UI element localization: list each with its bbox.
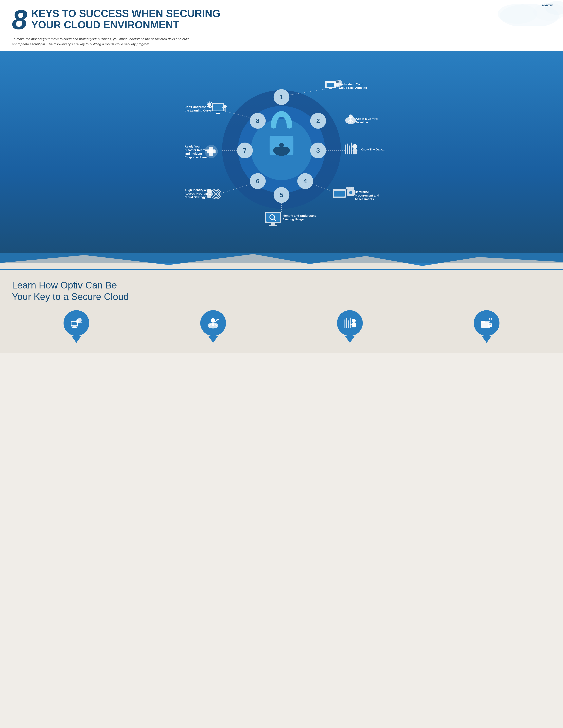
svg-rect-136	[352, 323, 356, 327]
svg-text:and Incident: and Incident	[185, 152, 202, 155]
svg-text:Don't Underestimate: Don't Underestimate	[185, 105, 213, 109]
svg-text:1: 1	[280, 94, 284, 101]
svg-text:Centralize: Centralize	[355, 190, 369, 194]
pin-arrow-3	[345, 336, 355, 343]
svg-point-130	[217, 319, 219, 320]
svg-rect-116	[0, 253, 563, 263]
pin-arrow-1	[71, 336, 81, 343]
svg-text:Existing Usage: Existing Usage	[283, 217, 304, 221]
svg-rect-52	[345, 145, 346, 154]
big-number: 8	[12, 6, 27, 34]
svg-point-65	[350, 187, 352, 189]
svg-point-63	[346, 187, 348, 189]
svg-rect-73	[266, 213, 280, 222]
svg-text:Disaster Recovery: Disaster Recovery	[185, 148, 211, 152]
bottom-icons-row	[12, 310, 551, 343]
header-subtitle: To make the most of your move to cloud a…	[12, 37, 190, 47]
svg-text:6: 6	[256, 178, 259, 185]
svg-text:2: 2	[317, 117, 320, 124]
svg-text:4: 4	[304, 178, 307, 185]
bottom-circle-1	[63, 310, 89, 336]
person-cloud-icon	[206, 317, 219, 330]
svg-text:Response Plans: Response Plans	[185, 155, 207, 159]
bottom-circle-2	[200, 310, 226, 336]
svg-rect-119	[73, 326, 76, 327]
svg-rect-39	[329, 88, 332, 89]
svg-text:7: 7	[243, 147, 247, 154]
svg-text:3: 3	[317, 147, 320, 154]
svg-rect-138	[353, 324, 355, 325]
bottom-title: Learn How Optiv Can Be Your Key to a Sec…	[12, 280, 551, 302]
svg-point-142	[489, 318, 490, 320]
svg-text:Procurement and: Procurement and	[355, 194, 379, 197]
svg-rect-123	[77, 322, 82, 323]
data-person-icon	[344, 317, 357, 330]
svg-point-66	[352, 187, 354, 189]
svg-rect-54	[349, 146, 350, 154]
bottom-icon-2	[200, 310, 226, 343]
svg-point-143	[491, 318, 492, 320]
svg-point-68	[349, 191, 353, 194]
svg-rect-53	[347, 144, 348, 154]
svg-rect-126	[212, 322, 214, 326]
svg-text:Cloud Risk Appetite: Cloud Risk Appetite	[339, 86, 367, 89]
svg-rect-59	[356, 150, 358, 150]
svg-point-56	[353, 144, 357, 149]
mountain-divider	[0, 253, 563, 269]
bottom-circle-3	[337, 310, 363, 336]
svg-text:Identify and Understand: Identify and Understand	[283, 214, 317, 217]
header-title: KEYS TO SUCCESS WHEN SECURING YOUR CLOUD…	[31, 6, 220, 30]
svg-point-42	[336, 80, 339, 83]
bottom-circle-4	[474, 310, 500, 336]
svg-text:Understand Your: Understand Your	[339, 82, 363, 86]
svg-rect-58	[352, 150, 354, 150]
svg-text:Assessments: Assessments	[355, 197, 374, 201]
svg-rect-75	[269, 225, 277, 226]
optiv-logo: ®OPTIV	[542, 4, 553, 9]
title-line1: KEYS TO SUCCESS WHEN SECURING YOUR CLOUD…	[31, 8, 220, 30]
svg-text:5: 5	[280, 191, 284, 199]
svg-text:Ready Your: Ready Your	[185, 145, 201, 148]
svg-rect-38	[327, 83, 335, 87]
svg-text:8: 8	[256, 117, 259, 124]
svg-rect-132	[346, 318, 347, 328]
svg-rect-134	[350, 318, 351, 328]
svg-rect-88	[211, 194, 221, 194]
svg-point-46	[349, 114, 353, 118]
svg-rect-146	[490, 325, 490, 326]
svg-text:Cloud Strategy: Cloud Strategy	[185, 195, 206, 199]
svg-text:Baseline: Baseline	[356, 121, 368, 124]
svg-point-64	[348, 187, 350, 189]
header-top: 8 KEYS TO SUCCESS WHEN SECURING YOUR CLO…	[12, 6, 551, 34]
bottom-icon-3	[337, 310, 363, 343]
cloud-computer-icon	[70, 317, 83, 330]
svg-text:the Learning Curve: the Learning Curve	[185, 109, 212, 112]
svg-rect-120	[72, 327, 77, 328]
svg-text:Align Identity and: Align Identity and	[185, 188, 209, 192]
svg-rect-133	[348, 320, 349, 328]
svg-rect-55	[351, 143, 352, 154]
svg-point-135	[352, 319, 356, 323]
blue-section: 1 2 3 4 5 6 7 8	[0, 51, 563, 253]
header-section: ®OPTIV 8 KEYS TO SUCCESS WHEN SECURING Y…	[0, 0, 563, 51]
procurement-icon	[480, 317, 493, 330]
bottom-section: Learn How Optiv Can Be Your Key to a Sec…	[0, 270, 563, 353]
svg-point-108	[223, 105, 227, 108]
svg-text:Access Program to: Access Program to	[185, 192, 212, 195]
svg-line-102	[211, 102, 212, 103]
svg-text:Adopt a Control: Adopt a Control	[356, 117, 378, 120]
svg-text:Know Thy Data...: Know Thy Data...	[361, 148, 385, 151]
svg-rect-12	[280, 145, 283, 149]
svg-rect-137	[350, 324, 352, 325]
svg-rect-141	[481, 321, 485, 322]
pin-arrow-2	[208, 336, 218, 343]
svg-rect-74	[271, 223, 275, 225]
svg-rect-105	[213, 104, 223, 111]
main-diagram: 1 2 3 4 5 6 7 8	[8, 62, 555, 240]
svg-point-1	[498, 4, 537, 24]
svg-rect-131	[344, 320, 345, 328]
bottom-icon-1	[63, 310, 89, 343]
svg-rect-62	[334, 191, 345, 197]
svg-line-101	[206, 102, 208, 103]
pin-arrow-4	[482, 336, 492, 343]
